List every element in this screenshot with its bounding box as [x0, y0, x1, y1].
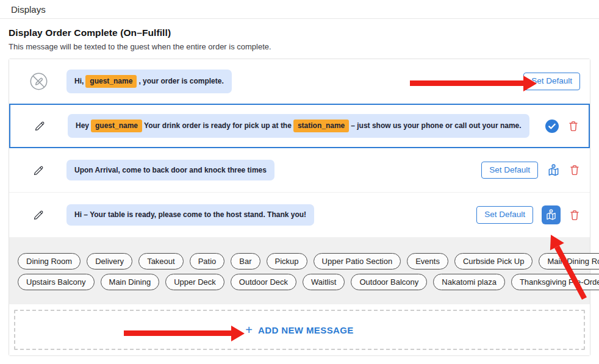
tag-chip[interactable]: Main Dining: [101, 274, 160, 290]
tag-chip[interactable]: Outdoor Deck: [231, 274, 296, 290]
pencil-icon[interactable]: [27, 209, 49, 221]
tag-chip[interactable]: Dining Room: [18, 253, 81, 269]
tag-chip[interactable]: Delivery: [87, 253, 132, 269]
row-actions: [545, 119, 579, 134]
message-bubble: Upon Arrival, come to back door and knoc…: [66, 160, 274, 180]
pencil-icon[interactable]: [29, 120, 51, 132]
tag-row-1: Dining Room Delivery Takeout Patio Bar P…: [18, 253, 581, 269]
tag-row-2: Upstairs Balcony Main Dining Upper Deck …: [18, 274, 581, 290]
message-bubble-cell: Upon Arrival, come to back door and knoc…: [49, 160, 481, 180]
row-actions: Set Default: [476, 205, 580, 224]
set-default-button[interactable]: Set Default: [523, 73, 580, 90]
message-row-3: Upon Arrival, come to back door and knoc…: [9, 148, 590, 193]
add-message-area: + ADD NEW MESSAGE: [9, 304, 590, 355]
tag-chip[interactable]: Patio: [190, 253, 225, 269]
displays-page: Displays Display Order Complete (On–Fulf…: [0, 0, 599, 364]
pencil-icon[interactable]: [27, 164, 49, 177]
message-text: Hey: [76, 121, 89, 130]
token-guest-name: guest_name: [91, 120, 142, 132]
tag-chip[interactable]: Main Dining Room: [539, 253, 599, 269]
message-text: Your drink order is ready for pick up at…: [144, 121, 292, 130]
page-header: Displays: [0, 0, 599, 19]
default-check-icon[interactable]: [545, 119, 559, 134]
token-guest-name: guest_name: [85, 75, 137, 87]
trash-icon[interactable]: [569, 164, 580, 176]
tag-chip[interactable]: Nakatomi plaza: [433, 274, 505, 290]
section-description: This message will be texted to the guest…: [9, 42, 590, 51]
message-text: – just show us your phone or call out yo…: [351, 121, 521, 130]
tag-chip[interactable]: Upper Patio Section: [314, 253, 401, 269]
section-title: Display Order Complete (On–Fulfill): [9, 27, 590, 38]
tag-chip[interactable]: Thanksgiving Pre-Order: [511, 274, 599, 290]
tag-chip[interactable]: Takeout: [138, 253, 184, 269]
message-bubble-cell: Hi – Your table is ready, please come to…: [49, 204, 476, 225]
tag-chip[interactable]: Curbside Pick Up: [454, 253, 533, 269]
message-row-4: Hi – Your table is ready, please come to…: [9, 193, 590, 237]
tag-chip[interactable]: Upper Deck: [165, 274, 224, 290]
message-bubble-cell: Hi,guest_name, your order is complete.: [49, 70, 523, 93]
tag-chip[interactable]: Bar: [231, 253, 260, 269]
add-new-message-button[interactable]: + ADD NEW MESSAGE: [14, 310, 585, 350]
message-text: Upon Arrival, come to back door and knoc…: [74, 166, 267, 174]
message-text: , your order is complete.: [138, 77, 223, 85]
message-bubble: Hi – Your table is ready, please come to…: [66, 204, 314, 225]
message-bubble-cell: Heyguest_nameYour drink order is ready f…: [51, 114, 545, 137]
trash-icon[interactable]: [568, 120, 579, 132]
row-actions: Set Default: [523, 73, 580, 90]
content: Display Order Complete (On–Fulfill) This…: [0, 19, 599, 356]
set-default-button[interactable]: Set Default: [476, 206, 533, 224]
message-text: Hi – Your table is ready, please come to…: [74, 210, 306, 219]
tag-chip[interactable]: Waitlist: [303, 274, 345, 290]
no-edit-icon: [27, 72, 49, 91]
map-locations-icon[interactable]: [547, 163, 561, 177]
plus-icon: +: [245, 324, 253, 336]
add-new-message-label: ADD NEW MESSAGE: [258, 325, 354, 335]
message-bubble: Heyguest_nameYour drink order is ready f…: [68, 114, 529, 137]
set-default-button[interactable]: Set Default: [481, 162, 538, 179]
map-locations-icon-active[interactable]: [542, 205, 561, 224]
message-row-selected[interactable]: Heyguest_nameYour drink order is ready f…: [9, 104, 590, 148]
page-title: Displays: [11, 4, 46, 15]
trash-icon[interactable]: [569, 209, 580, 221]
location-tags-panel: Dining Room Delivery Takeout Patio Bar P…: [9, 237, 590, 304]
message-text: Hi,: [74, 77, 84, 85]
message-row-default: Hi,guest_name, your order is complete. S…: [9, 59, 590, 104]
tag-chip[interactable]: Upstairs Balcony: [18, 274, 95, 290]
tag-chip[interactable]: Pickup: [267, 253, 307, 269]
tag-chip[interactable]: Outdoor Balcony: [351, 274, 427, 290]
row-actions: Set Default: [481, 162, 580, 179]
token-station-name: station_name: [293, 120, 349, 132]
messages-panel: Hi,guest_name, your order is complete. S…: [9, 59, 590, 356]
message-bubble: Hi,guest_name, your order is complete.: [66, 70, 232, 93]
tag-chip[interactable]: Events: [407, 253, 448, 269]
